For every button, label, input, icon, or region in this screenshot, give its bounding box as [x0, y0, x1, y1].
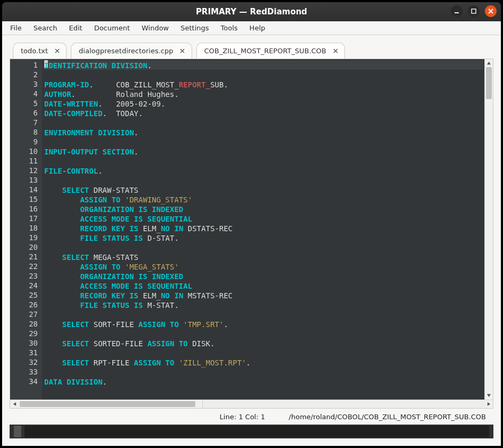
menu-file[interactable]: File [5, 22, 27, 34]
code-line[interactable]: ASSIGN TO 'MEGA_STATS' [44, 262, 483, 272]
menu-window[interactable]: Window [137, 22, 174, 34]
code-line[interactable] [44, 176, 483, 185]
line-number: 32 [10, 357, 38, 367]
line-number: 17 [10, 214, 38, 223]
vertical-scroll-track[interactable] [485, 67, 493, 392]
token-txt [44, 272, 80, 281]
code-line[interactable]: ORGANIZATION IS INDEXED [44, 205, 483, 214]
token-dot: . [89, 80, 116, 89]
token-dot: . [103, 378, 107, 386]
code-line[interactable]: PROGRAM-ID. COB_ZILL_MOST_REPORT_SUB. [44, 80, 483, 89]
horizontal-scroll-thumb[interactable] [20, 401, 195, 407]
line-number: 20 [10, 242, 38, 252]
menu-settings[interactable]: Settings [176, 22, 213, 34]
code-line[interactable]: DATE-COMPILED. TODAY. [44, 109, 483, 118]
maximize-button[interactable] [468, 5, 480, 17]
svg-rect-0 [455, 12, 459, 13]
line-number: 4 [10, 89, 38, 99]
token-str: 'DRAWING_STATS' [125, 196, 192, 204]
token-id: REPORT_ [179, 80, 210, 89]
code-line[interactable]: RECORD KEY IS ELM_NO IN DSTATS-REC [44, 224, 483, 233]
code-line[interactable]: SELECT MEGA-STATS [44, 252, 483, 262]
horizontal-scroll-track[interactable] [19, 400, 202, 408]
token-dot: . [103, 109, 116, 118]
code-line[interactable]: SELECT DRAW-STATS [44, 185, 483, 195]
code-line[interactable] [44, 118, 483, 128]
chevron-left-icon [12, 402, 17, 406]
vertical-scrollbar[interactable] [484, 59, 493, 400]
tab-close-button[interactable] [179, 47, 186, 55]
tab-1[interactable]: dialogpresetdirectories.cpp [71, 43, 192, 59]
code-line[interactable] [44, 157, 483, 166]
scroll-down-button[interactable] [485, 392, 493, 400]
code-line[interactable]: FILE-CONTROL. [44, 166, 483, 176]
minimize-button[interactable] [451, 5, 463, 17]
line-number: 18 [10, 223, 38, 233]
code-line[interactable]: IDENTIFICATION DIVISION. [44, 60, 483, 70]
code-line[interactable]: ORGANIZATION IS INDEXED [44, 272, 483, 281]
line-number: 27 [10, 309, 38, 319]
code-area[interactable]: IDENTIFICATION DIVISION. PROGRAM-ID. COB… [42, 59, 484, 400]
scroll-up-button[interactable] [485, 59, 493, 67]
token-txt [44, 263, 80, 271]
code-line[interactable] [44, 368, 483, 377]
vertical-scroll-thumb[interactable] [486, 67, 492, 99]
token-kw2: SELECT [62, 359, 89, 367]
token-txt: TODAY. [116, 109, 143, 118]
token-txt: MSTATS-REC [183, 291, 233, 300]
code-line[interactable]: SELECT SORT-FILE ASSIGN TO 'TMP.SRT'. [44, 320, 483, 329]
tab-close-button[interactable] [53, 47, 61, 55]
token-txt [44, 291, 80, 300]
editor-viewport[interactable]: 1234567891011121314151617181920212223242… [10, 59, 493, 400]
code-line[interactable]: FILE STATUS IS D-STAT. [44, 233, 483, 243]
code-line[interactable]: ASSIGN TO 'DRAWING_STATS' [44, 195, 483, 205]
code-line[interactable] [44, 310, 483, 320]
line-number: 16 [10, 204, 38, 214]
close-button[interactable] [485, 5, 497, 17]
token-txt: MEGA-STATS [89, 253, 138, 262]
line-number: 25 [10, 290, 38, 300]
token-kw: IDENTIFICATION DIVISION [44, 61, 147, 70]
code-line[interactable]: DATA DIVISION. [44, 377, 483, 387]
code-line[interactable]: ENVIRONMENT DIVISION. [44, 128, 483, 137]
statusbar: Line: 1 Col: 1 /home/roland/COBOL/COB_ZI… [10, 409, 493, 425]
token-kw2: ACCESS MODE IS SEQUENTIAL [80, 215, 192, 223]
secondary-pane-placeholder [202, 400, 484, 408]
bottom-scrollbar[interactable] [10, 425, 493, 438]
token-kw2: FILE STATUS IS [80, 234, 143, 242]
scroll-right-button[interactable] [484, 400, 493, 408]
token-kw2: SELECT [62, 320, 89, 329]
menu-document[interactable]: Document [89, 22, 135, 34]
code-line[interactable]: INPUT-OUTPUT SECTION. [44, 147, 483, 157]
tab-2[interactable]: COB_ZILL_MOST_REPORT_SUB.COB [196, 43, 345, 59]
menu-help[interactable]: Help [245, 22, 270, 34]
code-line[interactable]: ACCESS MODE IS SEQUENTIAL [44, 281, 483, 291]
code-line[interactable]: RECORD KEY IS ELM_NO IN MSTATS-REC [44, 291, 483, 300]
token-txt [44, 320, 62, 329]
token-txt [44, 224, 80, 233]
code-line[interactable]: SELECT RPT-FILE ASSIGN TO 'ZILL_MOST.RPT… [44, 358, 483, 368]
code-line[interactable]: FILE STATUS IS M-STAT. [44, 300, 483, 310]
menu-tools[interactable]: Tools [216, 22, 243, 34]
menu-edit[interactable]: Edit [64, 22, 87, 34]
code-line[interactable] [44, 137, 483, 147]
token-dot: . [246, 359, 250, 367]
code-line[interactable] [44, 348, 483, 358]
code-line[interactable]: DATE-WRITTEN. 2005-02-09. [44, 99, 483, 109]
code-line[interactable]: AUTHOR. Roland Hughes. [44, 89, 483, 99]
code-line[interactable]: ACCESS MODE IS SEQUENTIAL [44, 214, 483, 224]
tab-close-button[interactable] [332, 47, 339, 55]
menu-search[interactable]: Search [29, 22, 62, 34]
code-line[interactable] [44, 329, 483, 339]
titlebar[interactable]: PRIMARY — RedDiamond [2, 2, 501, 21]
code-line[interactable]: SELECT SORTED-FILE ASSIGN TO DISK. [44, 339, 483, 348]
bottom-scroll-track[interactable] [24, 426, 489, 437]
token-kw: PROGRAM-ID [44, 80, 89, 89]
scroll-left-button[interactable] [10, 400, 19, 408]
code-line[interactable] [44, 243, 483, 252]
line-number: 2 [10, 70, 38, 79]
token-txt: SUB. [210, 80, 228, 89]
tab-0[interactable]: todo.txt [13, 43, 67, 59]
code-line[interactable] [44, 70, 483, 80]
bottom-scroll-grip[interactable] [14, 426, 21, 437]
